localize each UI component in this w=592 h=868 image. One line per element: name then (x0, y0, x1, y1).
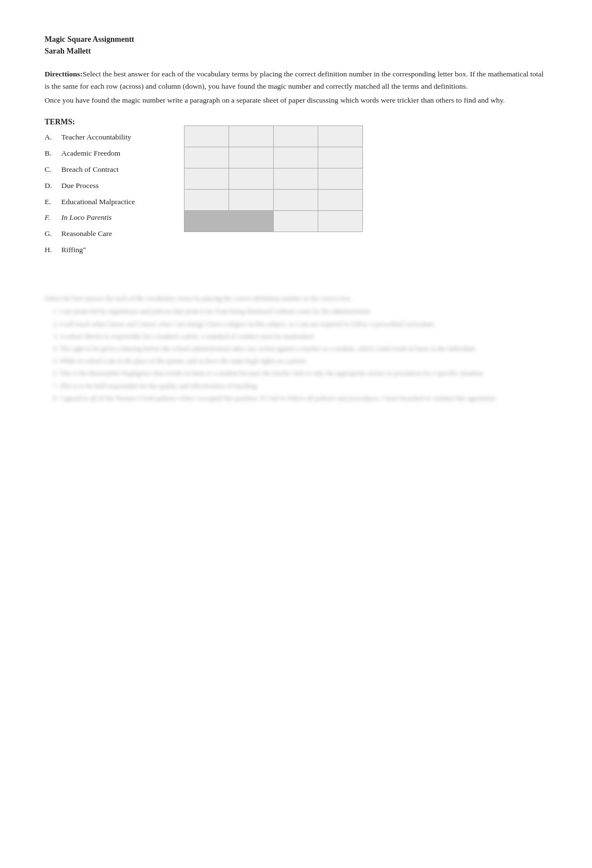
grid-cell[interactable] (229, 147, 274, 168)
blurred-def-2: 2. I will teach what I know and I know w… (45, 319, 547, 330)
grid-cell[interactable] (274, 168, 318, 189)
term-text-h: Riffing" (61, 244, 86, 257)
term-letter-f: F. (45, 211, 61, 224)
term-letter-e: E. (45, 196, 61, 209)
terms-grid-container: A. Teacher Accountability B. Academic Fr… (45, 131, 547, 261)
blurred-definitions-section: Select the best answer for each of the v… (45, 293, 547, 404)
term-text-f: In Loco Parentis (61, 211, 111, 224)
assignment-title: Magic Square Assignmentt (45, 33, 547, 45)
directions-body1: Select the best answer for each of the v… (45, 70, 544, 90)
blurred-def-4: 4. The right to be given a hearing befor… (45, 344, 547, 354)
term-text-c: Breach of Contract (61, 163, 119, 176)
grid-cell-dark[interactable] (185, 210, 274, 232)
blurred-def-1: 1. I am protected by regulations and pol… (45, 306, 547, 317)
header-section: Magic Square Assignmentt Sarah Mallett (45, 33, 547, 57)
grid-cell[interactable] (274, 147, 318, 168)
directions-label: Directtions: (45, 70, 83, 78)
grid-cell[interactable] (274, 189, 318, 210)
list-item: H. Riffing" (45, 244, 167, 257)
grid-cell[interactable] (185, 189, 229, 210)
list-item: E. Educational Malpractice (45, 196, 167, 209)
term-letter-a: A. (45, 131, 61, 144)
term-text-b: Academic Freedom (61, 147, 120, 160)
blurred-def-3: 3. A school district is responsible for … (45, 331, 547, 342)
term-letter-h: H. (45, 244, 61, 257)
terms-section: TERMS: A. Teacher Accountability B. Acad… (45, 118, 547, 261)
grid-cell[interactable] (318, 147, 363, 168)
grid-table (184, 126, 363, 232)
grid-cell[interactable] (229, 168, 274, 189)
terms-list: A. Teacher Accountability B. Academic Fr… (45, 131, 167, 261)
term-text-a: Teacher Accountability (61, 131, 131, 144)
list-item: A. Teacher Accountability (45, 131, 167, 144)
grid-cell[interactable] (318, 189, 363, 210)
table-row (185, 210, 363, 232)
author-name: Sarah Mallett (45, 45, 547, 57)
list-item: B. Academic Freedom (45, 147, 167, 160)
directions-text1: Directtions:Select the best answer for e… (45, 68, 547, 92)
grid-cell[interactable] (185, 147, 229, 168)
list-item: G. Reasonable Care (45, 228, 167, 240)
grid-cell[interactable] (185, 126, 229, 147)
blurred-def-6: 6. This is the Reasonable Negligence tha… (45, 368, 547, 379)
grid-cell[interactable] (274, 210, 318, 232)
magic-square-grid (184, 126, 363, 232)
list-item: F. In Loco Parentis (45, 211, 167, 224)
table-row (185, 189, 363, 210)
term-letter-c: C. (45, 163, 61, 176)
directions-section: Directtions:Select the best answer for e… (45, 68, 547, 107)
directions-text2: Once you have found the magic number wri… (45, 94, 547, 107)
blurred-def-5: 5. While in school I am in the place of … (45, 356, 547, 367)
list-item: D. Due Process (45, 180, 167, 192)
blurred-def-8: 8. I agreed to all of the Noonoo Creek p… (45, 393, 547, 404)
list-item: C. Breach of Contract (45, 163, 167, 176)
blurred-intro: Select the best answer for each of the v… (45, 293, 547, 304)
table-row (185, 126, 363, 147)
grid-cell[interactable] (229, 189, 274, 210)
blurred-def-7: 7. This is to be held responsible for th… (45, 381, 547, 392)
grid-cell[interactable] (318, 126, 363, 147)
grid-cell[interactable] (229, 126, 274, 147)
grid-cell[interactable] (274, 126, 318, 147)
term-text-d: Due Process (61, 180, 99, 192)
term-text-g: Reasonable Care (61, 228, 112, 240)
term-letter-d: D. (45, 180, 61, 192)
table-row (185, 168, 363, 189)
grid-cell[interactable] (185, 168, 229, 189)
term-text-e: Educational Malpractice (61, 196, 135, 209)
grid-cell[interactable] (318, 210, 363, 232)
term-letter-b: B. (45, 147, 61, 160)
table-row (185, 147, 363, 168)
grid-cell[interactable] (318, 168, 363, 189)
term-letter-g: G. (45, 228, 61, 240)
